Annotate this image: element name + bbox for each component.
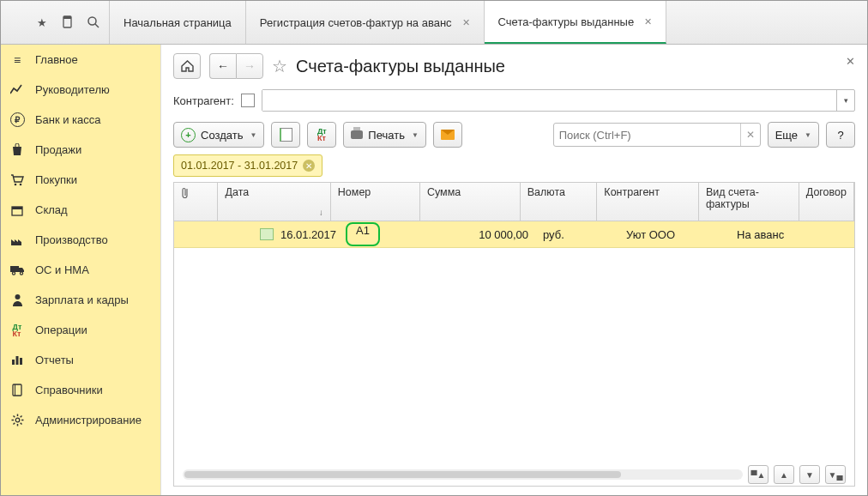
svg-point-4 xyxy=(15,183,17,185)
factory-icon xyxy=(9,233,25,248)
counterparty-field[interactable] xyxy=(262,90,836,111)
sidebar-item-label: Главное xyxy=(35,53,78,66)
sidebar-item-admin[interactable]: Администрирование xyxy=(1,405,160,435)
col-number[interactable]: Номер xyxy=(331,183,420,221)
sidebar-item-label: Операции xyxy=(35,324,87,336)
clear-search-button[interactable]: ✕ xyxy=(740,124,760,146)
back-button[interactable]: ← xyxy=(209,53,236,79)
truck-icon xyxy=(9,263,25,278)
scroll-down-button[interactable]: ▼ xyxy=(799,465,820,484)
svg-rect-1 xyxy=(63,16,71,19)
date-range-chip[interactable]: 01.01.2017 - 31.01.2017 ✕ xyxy=(173,154,322,177)
cell-kind: На аванс xyxy=(737,228,784,241)
more-button[interactable]: Еще▼ xyxy=(768,122,819,148)
printer-icon xyxy=(351,130,363,139)
tab-invoices-out[interactable]: Счета-фактуры выданные✕ xyxy=(485,1,667,44)
tab-label: Регистрация счетов-фактур на аванс xyxy=(260,16,452,29)
col-date[interactable]: Дата↓ xyxy=(218,183,330,221)
cell-date: 16.01.2017 xyxy=(280,228,336,241)
button-label: ? xyxy=(837,129,843,142)
scroll-first-button[interactable]: ▀▲ xyxy=(748,465,769,484)
bars-icon xyxy=(9,353,25,368)
print-button[interactable]: Печать▼ xyxy=(343,122,426,148)
search-input[interactable]: ✕ xyxy=(553,123,761,147)
cart-icon xyxy=(9,172,25,188)
svg-rect-7 xyxy=(12,207,22,209)
history-icon[interactable] xyxy=(59,14,76,31)
horizontal-scrollbar[interactable] xyxy=(183,469,743,480)
col-counterparty[interactable]: Контрагент xyxy=(597,183,699,221)
cell-sum: 10 000,00 xyxy=(479,228,528,241)
sidebar-item-production[interactable]: Производство xyxy=(1,225,160,255)
forward-button[interactable]: → xyxy=(236,53,263,79)
sidebar-item-catalogs[interactable]: Справочники xyxy=(1,375,160,405)
home-button[interactable] xyxy=(173,53,201,79)
sidebar-item-label: Справочники xyxy=(35,384,103,396)
mail-button[interactable] xyxy=(433,122,462,148)
svg-point-9 xyxy=(12,272,15,275)
col-invoice-type[interactable]: Вид счета-фактуры xyxy=(699,183,799,221)
posted-icon xyxy=(260,228,274,240)
dropdown-icon[interactable]: ▾ xyxy=(836,90,854,111)
sort-icon: ↓ xyxy=(319,208,323,217)
chart-icon xyxy=(9,82,25,98)
svg-rect-15 xyxy=(13,384,21,396)
sidebar-item-reports[interactable]: Отчеты xyxy=(1,345,160,375)
scroll-last-button[interactable]: ▼▄ xyxy=(825,465,846,484)
person-icon xyxy=(9,293,25,308)
tab-label: Счета-фактуры выданные xyxy=(498,15,635,28)
help-button[interactable]: ? xyxy=(826,122,855,148)
col-sum[interactable]: Сумма xyxy=(420,183,521,221)
svg-point-2 xyxy=(88,17,96,25)
sidebar-item-operations[interactable]: ДтКтОперации xyxy=(1,315,160,345)
close-icon[interactable]: ✕ xyxy=(644,16,652,27)
close-icon[interactable]: ✕ xyxy=(462,17,470,28)
svg-line-3 xyxy=(95,24,99,27)
search-icon[interactable] xyxy=(85,14,102,31)
sidebar-item-sales[interactable]: Продажи xyxy=(1,135,160,165)
clear-date-icon[interactable]: ✕ xyxy=(303,160,315,172)
close-page-button[interactable]: ✕ xyxy=(846,55,855,68)
sidebar-item-bank[interactable]: ₽Банк и касса xyxy=(1,105,160,135)
sidebar-item-warehouse[interactable]: Склад xyxy=(1,195,160,225)
chevron-down-icon: ▼ xyxy=(805,131,811,139)
apps-icon[interactable] xyxy=(8,14,25,31)
tab-registration[interactable]: Регистрация счетов-фактур на аванс✕ xyxy=(246,1,485,44)
page-title: Счета-фактуры выданные xyxy=(296,57,505,76)
create-button[interactable]: +Создать▼ xyxy=(173,122,264,148)
sidebar-item-label: Отчеты xyxy=(35,354,74,366)
dtkt-icon: ДтКт xyxy=(317,128,327,142)
svg-line-23 xyxy=(20,423,21,425)
svg-point-17 xyxy=(15,418,20,422)
sidebar-item-main[interactable]: ≡Главное xyxy=(1,45,160,75)
col-currency[interactable]: Валюта xyxy=(521,183,598,221)
sidebar-item-label: Банк и касса xyxy=(35,113,101,126)
counterparty-input[interactable]: ▾ xyxy=(262,89,855,112)
favorite-icon[interactable]: ★ xyxy=(33,14,51,31)
sidebar-item-assets[interactable]: ОС и НМА xyxy=(1,255,160,285)
chevron-down-icon: ▼ xyxy=(250,131,256,139)
table-row[interactable]: 16.01.2017 А1 10 000,00 руб. Уют ООО На … xyxy=(174,221,854,248)
sidebar-item-manager[interactable]: Руководителю xyxy=(1,75,160,105)
sidebar-item-label: Производство xyxy=(35,233,108,246)
cell-number-highlight: А1 xyxy=(346,222,380,246)
search-field[interactable] xyxy=(554,124,740,146)
sidebar-item-hr[interactable]: Зарплата и кадры xyxy=(1,285,160,315)
svg-line-22 xyxy=(13,416,15,418)
favorite-star-icon[interactable]: ☆ xyxy=(272,56,287,76)
col-contract[interactable]: Договор xyxy=(799,183,854,221)
sidebar-item-label: Склад xyxy=(35,203,68,216)
dtkt-button[interactable]: ДтКт xyxy=(307,122,336,148)
col-attachment[interactable] xyxy=(174,183,218,221)
filter-checkbox[interactable] xyxy=(241,94,255,107)
plus-icon: + xyxy=(181,128,196,142)
sidebar-item-purchases[interactable]: Покупки xyxy=(1,165,160,195)
chevron-down-icon: ▼ xyxy=(412,131,419,139)
svg-line-24 xyxy=(20,416,21,418)
scroll-up-button[interactable]: ▲ xyxy=(774,465,794,484)
copy-button[interactable] xyxy=(271,122,300,148)
grid-header: Дата↓ Номер Сумма Валюта Контрагент Вид … xyxy=(174,183,854,221)
cell-counterparty: Уют ООО xyxy=(626,228,675,241)
tab-home[interactable]: Начальная страница xyxy=(110,1,246,44)
sidebar-item-label: ОС и НМА xyxy=(35,263,89,276)
